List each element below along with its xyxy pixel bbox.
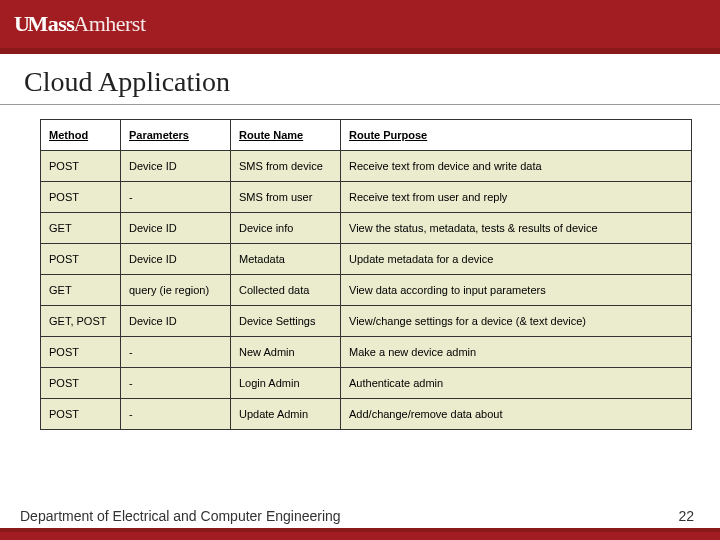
cell-parameters: - [121, 399, 231, 430]
table-row: GET query (ie region) Collected data Vie… [41, 275, 692, 306]
cell-parameters: - [121, 368, 231, 399]
header-wrap: UMassAmherst [0, 0, 720, 54]
cell-route-name: Device Settings [231, 306, 341, 337]
table-row: POST - Update Admin Add/change/remove da… [41, 399, 692, 430]
col-header-route-name: Route Name [231, 120, 341, 151]
cell-route-name: Update Admin [231, 399, 341, 430]
cell-method: GET [41, 213, 121, 244]
cell-route-purpose: View the status, metadata, tests & resul… [341, 213, 692, 244]
cell-route-purpose: Receive text from user and reply [341, 182, 692, 213]
cell-route-name: Device info [231, 213, 341, 244]
cell-method: GET, POST [41, 306, 121, 337]
logo-mass: Mass [27, 11, 74, 36]
routes-table-wrap: Method Parameters Route Name Route Purpo… [0, 105, 720, 430]
table-body: POST Device ID SMS from device Receive t… [41, 151, 692, 430]
cell-parameters: - [121, 337, 231, 368]
cell-method: POST [41, 182, 121, 213]
university-logo: UMassAmherst [14, 11, 146, 37]
cell-route-purpose: View data according to input parameters [341, 275, 692, 306]
cell-route-purpose: View/change settings for a device (& tex… [341, 306, 692, 337]
cell-method: POST [41, 244, 121, 275]
cell-route-purpose: Make a new device admin [341, 337, 692, 368]
cell-route-purpose: Update metadata for a device [341, 244, 692, 275]
table-row: POST Device ID Metadata Update metadata … [41, 244, 692, 275]
cell-parameters: Device ID [121, 151, 231, 182]
footer-accent-bar [0, 528, 720, 540]
cell-route-purpose: Add/change/remove data about [341, 399, 692, 430]
table-header-row: Method Parameters Route Name Route Purpo… [41, 120, 692, 151]
cell-method: POST [41, 368, 121, 399]
cell-route-name: New Admin [231, 337, 341, 368]
col-header-parameters: Parameters [121, 120, 231, 151]
cell-route-name: Login Admin [231, 368, 341, 399]
cell-parameters: Device ID [121, 306, 231, 337]
footer: Department of Electrical and Computer En… [0, 500, 720, 540]
cell-route-name: SMS from user [231, 182, 341, 213]
cell-parameters: Device ID [121, 244, 231, 275]
table-row: GET, POST Device ID Device Settings View… [41, 306, 692, 337]
cell-method: GET [41, 275, 121, 306]
table-row: POST Device ID SMS from device Receive t… [41, 151, 692, 182]
table-row: GET Device ID Device info View the statu… [41, 213, 692, 244]
page-number: 22 [678, 508, 694, 524]
table-row: POST - New Admin Make a new device admin [41, 337, 692, 368]
cell-route-name: SMS from device [231, 151, 341, 182]
table-row: POST - Login Admin Authenticate admin [41, 368, 692, 399]
col-header-method: Method [41, 120, 121, 151]
cell-route-purpose: Receive text from device and write data [341, 151, 692, 182]
cell-method: POST [41, 337, 121, 368]
cell-parameters: - [121, 182, 231, 213]
cell-route-purpose: Authenticate admin [341, 368, 692, 399]
cell-method: POST [41, 399, 121, 430]
table-row: POST - SMS from user Receive text from u… [41, 182, 692, 213]
page-title: Cloud Application [0, 54, 720, 105]
header-bar: UMassAmherst [0, 0, 720, 48]
cell-parameters: Device ID [121, 213, 231, 244]
col-header-route-purpose: Route Purpose [341, 120, 692, 151]
cell-parameters: query (ie region) [121, 275, 231, 306]
routes-table: Method Parameters Route Name Route Purpo… [40, 119, 692, 430]
logo-amherst: Amherst [73, 11, 145, 36]
cell-route-name: Metadata [231, 244, 341, 275]
cell-method: POST [41, 151, 121, 182]
footer-department: Department of Electrical and Computer En… [20, 508, 341, 524]
cell-route-name: Collected data [231, 275, 341, 306]
